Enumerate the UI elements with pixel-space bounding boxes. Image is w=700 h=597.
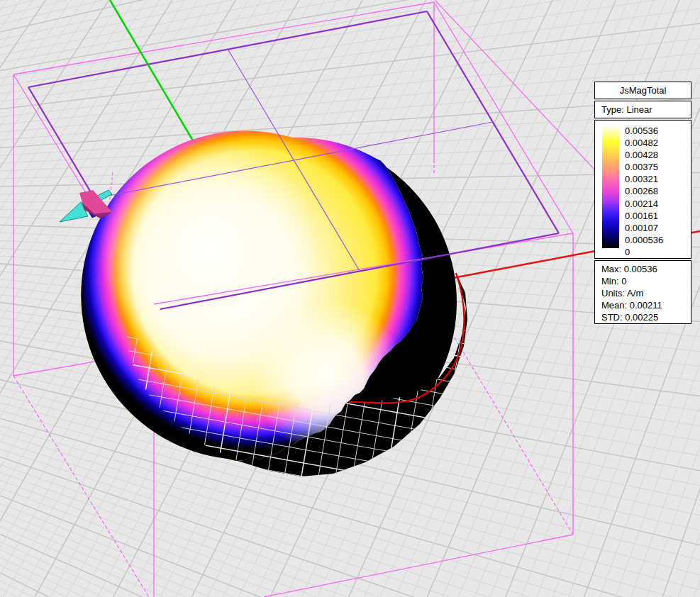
colorbar-tick-label: 0.00214 (625, 199, 687, 208)
legend-stat-line: STD: 0.00225 (601, 313, 691, 323)
colorbar-tick-label: 0.00107 (625, 223, 687, 233)
colorbar-tick-label: 0.00428 (625, 150, 687, 160)
legend-type: Type: Linear (594, 101, 691, 118)
viewport-3d[interactable]: JsMagTotal Type: Linear 0.005360.004820.… (0, 0, 700, 597)
colorbar-gradient (602, 126, 619, 248)
legend-stat-line: Max: 0.00536 (601, 264, 691, 274)
colorbar-tick-label: 0.00375 (625, 162, 687, 172)
field-legend[interactable]: JsMagTotal Type: Linear 0.005360.004820.… (594, 82, 691, 324)
colorbar-tick-label: 0.00536 (625, 126, 687, 135)
legend-colorbar: 0.005360.004820.004280.003750.003210.002… (594, 120, 691, 259)
legend-stat-line: Min: 0 (601, 277, 691, 286)
colorbar-ticks: 0.005360.004820.004280.003750.003210.002… (625, 126, 687, 248)
colorbar-tick-label: 0.000536 (625, 235, 687, 245)
legend-stat-line: Mean: 0.00211 (601, 301, 691, 311)
colorbar-tick-label: 0 (625, 247, 687, 257)
colorbar-tick-label: 0.00321 (625, 174, 687, 184)
colorbar-tick-label: 0.00482 (625, 138, 687, 147)
legend-stats: Max: 0.00536Min: 0Units: A/mMean: 0.0021… (594, 260, 691, 324)
colorbar-tick-label: 0.00268 (625, 186, 687, 196)
colorbar-tick-label: 0.00161 (625, 211, 687, 221)
legend-stat-line: Units: A/m (601, 289, 691, 298)
legend-title: JsMagTotal (594, 82, 691, 99)
